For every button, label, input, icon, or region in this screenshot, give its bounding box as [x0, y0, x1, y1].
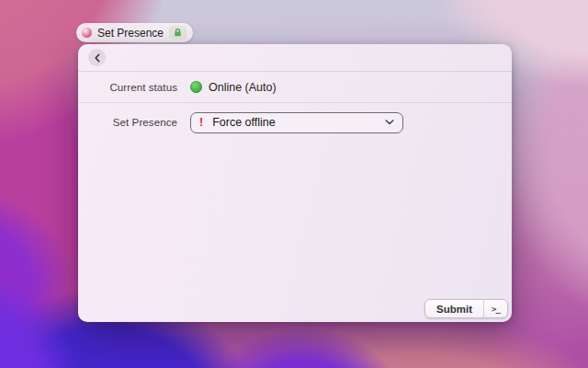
alert-icon: !: [199, 116, 203, 129]
set-presence-window: Current status Online (Auto) Set Presenc…: [78, 44, 512, 322]
presence-select[interactable]: ! Force offline: [190, 112, 403, 133]
lock-icon: [169, 26, 187, 40]
desktop-wallpaper: Set Presence Current status Online (A: [0, 0, 588, 368]
tab-title: Set Presence: [97, 27, 164, 40]
current-status-value: Online (Auto): [209, 81, 277, 94]
presence-selected-value: Force offline: [212, 116, 276, 129]
current-status-row: Current status Online (Auto): [78, 72, 512, 103]
current-status-label: Current status: [78, 82, 177, 93]
back-button[interactable]: [88, 49, 106, 66]
chevron-left-icon: [94, 53, 101, 63]
terminal-shortcut-button[interactable]: >_: [484, 300, 507, 317]
window-tab[interactable]: Set Presence: [76, 23, 193, 42]
app-favicon-icon: [82, 28, 92, 38]
set-presence-row: Set Presence ! Force offline: [78, 111, 512, 133]
online-status-icon: [190, 81, 202, 93]
submit-button[interactable]: Submit: [425, 300, 483, 317]
set-presence-label: Set Presence: [78, 117, 177, 128]
window-header: [78, 44, 512, 72]
submit-button-group: Submit >_: [424, 299, 508, 318]
chevron-down-icon: [385, 120, 394, 125]
